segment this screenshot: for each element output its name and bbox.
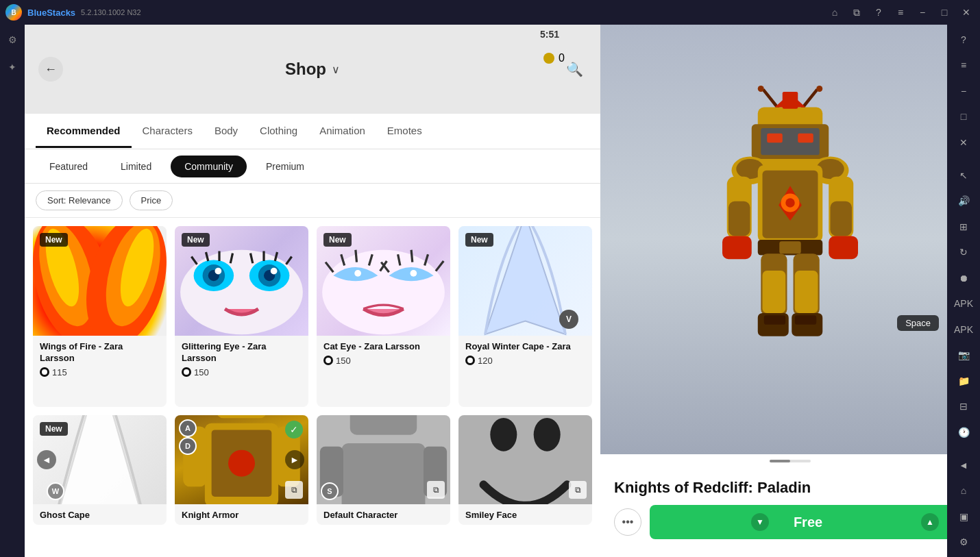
knight-character-large [687, 86, 893, 394]
bottom-info-panel: Knights of Redcliff: Paladin ••• ▼ ▲ Fre… [600, 468, 980, 557]
item-name-ghost-cape: Ghost Cape [40, 510, 160, 521]
toolbar-menu-icon[interactable]: ≡ [953, 56, 975, 75]
left-toolbar: ⚙ ✦ [0, 25, 25, 557]
coin-count: 0 [559, 52, 565, 64]
svg-point-14 [271, 268, 278, 275]
close-icon[interactable]: ✕ [958, 4, 975, 21]
toolbar-back-icon[interactable]: ◄ [953, 456, 975, 475]
svg-line-22 [286, 256, 292, 264]
bluestacks-logo: B [5, 4, 22, 21]
toolbar-camera-icon[interactable]: 📷 [953, 346, 975, 365]
toolbar-apk-icon[interactable]: APK [953, 294, 975, 313]
toolbar-apk2-icon[interactable]: APK [953, 320, 975, 339]
toolbar-layers-icon[interactable]: ⊟ [953, 397, 975, 417]
price-filter-button[interactable]: Price [130, 190, 173, 210]
settings-icon[interactable]: ⚙ [3, 30, 22, 49]
copy-badge-default[interactable]: ⧉ [427, 481, 445, 499]
items-grid: New Wings of Fire - Zara Larsson 115 [25, 218, 600, 557]
free-button[interactable]: Free [650, 505, 966, 539]
star-icon[interactable]: ✦ [3, 58, 22, 77]
item-cat-eye[interactable]: New Cat Eye - Zara Larsson 150 [317, 226, 450, 407]
svg-point-27 [411, 270, 417, 277]
svg-line-15 [191, 256, 197, 264]
tab-emotes[interactable]: Emotes [376, 115, 433, 148]
item-info-cat-eye: Cat Eye - Zara Larsson 150 [317, 336, 450, 371]
space-label: Space [905, 318, 931, 328]
nav-right-knight[interactable]: ► [285, 450, 304, 469]
svg-rect-69 [767, 133, 783, 143]
item-info-ghost-cape: Ghost Cape [33, 504, 167, 525]
toolbar-cursor-icon[interactable]: ↖ [953, 166, 975, 185]
btn-arrow-right: ▲ [921, 513, 939, 531]
toolbar-screen-icon[interactable]: ⊞ [953, 217, 975, 236]
tab-body[interactable]: Body [204, 115, 249, 148]
svg-rect-41 [217, 415, 267, 418]
toolbar-close-icon[interactable]: ✕ [953, 133, 975, 152]
toolbar-home2-icon[interactable]: ⌂ [953, 481, 975, 500]
toolbar-settings-icon[interactable]: ⚙ [953, 532, 975, 552]
menu-icon[interactable]: ≡ [892, 4, 909, 21]
svg-rect-80 [831, 201, 853, 236]
item-wings-of-fire[interactable]: New Wings of Fire - Zara Larsson 115 [33, 226, 167, 407]
item-price-eye: 150 [182, 367, 302, 377]
sub-tabs: Featured Limited Community Premium [25, 149, 600, 184]
copy-icon[interactable]: ⧉ [848, 4, 865, 21]
toolbar-maximize-icon[interactable]: □ [953, 108, 975, 127]
filter-row: Sort: Relevance Price [25, 184, 600, 218]
tab-clothing[interactable]: Clothing [249, 115, 308, 148]
subtab-community[interactable]: Community [171, 156, 247, 177]
item-knight-armor[interactable]: ✓ A D ► ⧉ Knight Armor [175, 415, 308, 525]
tab-recommended[interactable]: Recommended [36, 115, 132, 148]
svg-point-10 [215, 268, 222, 275]
svg-rect-55 [342, 443, 426, 504]
subtab-limited[interactable]: Limited [107, 156, 165, 177]
tab-animation[interactable]: Animation [308, 115, 376, 148]
avatar-w: W [47, 482, 64, 500]
item-info-smiley: Smiley Face [458, 504, 592, 525]
toolbar-volume-icon[interactable]: 🔊 [953, 191, 975, 210]
tab-characters[interactable]: Characters [132, 115, 204, 148]
robux-icon-4 [465, 356, 475, 365]
subtab-premium[interactable]: Premium [252, 156, 318, 177]
help-icon[interactable]: ? [870, 4, 887, 21]
chevron-down-icon[interactable]: ∨ [332, 63, 340, 76]
price-value-2: 150 [194, 367, 209, 377]
svg-rect-79 [728, 201, 750, 236]
svg-line-28 [326, 262, 333, 272]
toolbar-help-icon[interactable]: ? [953, 30, 975, 49]
home-icon[interactable]: ⌂ [826, 4, 843, 21]
toolbar-minimize-icon[interactable]: − [953, 82, 975, 101]
new-badge-ghost-cape: New [40, 422, 68, 436]
avatar-d: D [179, 437, 197, 455]
copy-badge-knight[interactable]: ⧉ [285, 481, 303, 499]
toolbar-time-icon[interactable]: 🕐 [953, 423, 975, 442]
item-royal-cape[interactable]: New V Royal Winter Cape - Zara 120 [458, 226, 592, 407]
item-ghost-cape[interactable]: New W ◄ Ghost Cape [33, 415, 167, 525]
toolbar-folder-icon[interactable]: 📁 [953, 371, 975, 391]
back-button[interactable]: ← [38, 57, 63, 82]
item-image-knight: ✓ A D ► ⧉ [175, 415, 308, 504]
item-glittering-eye[interactable]: New Glittering Eye - Zara Larsson 150 [175, 226, 308, 407]
coin-display: 0 [535, 49, 573, 67]
subtab-featured[interactable]: Featured [36, 156, 101, 177]
svg-line-37 [436, 261, 443, 271]
right-panel: Space Knights of Redcliff: Paladin ••• ▼… [600, 25, 980, 557]
sort-relevance-button[interactable]: Sort: Relevance [36, 190, 123, 210]
toolbar-record-icon[interactable]: ⏺ [953, 269, 975, 288]
maximize-icon[interactable]: □ [936, 4, 953, 21]
copy-badge-smiley[interactable]: ⧉ [569, 481, 587, 499]
space-badge[interactable]: Space [897, 315, 939, 331]
nav-left-ghost[interactable]: ◄ [37, 450, 56, 469]
item-name-royal-cape: Royal Winter Cape - Zara [465, 341, 585, 353]
toolbar-recent-icon[interactable]: ▣ [953, 507, 975, 526]
svg-rect-91 [763, 271, 786, 313]
new-badge-eye: New [182, 233, 210, 247]
item-default-char[interactable]: S ⧉ Default Character [317, 415, 450, 525]
more-options-button[interactable]: ••• [614, 508, 641, 536]
minimize-icon[interactable]: − [914, 4, 931, 21]
coin-icon [543, 53, 554, 64]
toolbar-rotate-icon[interactable]: ↻ [953, 243, 975, 262]
item-smiley[interactable]: ⧉ Smiley Face [458, 415, 592, 525]
scroll-indicator [770, 460, 811, 462]
shop-title: Shop [285, 60, 326, 79]
